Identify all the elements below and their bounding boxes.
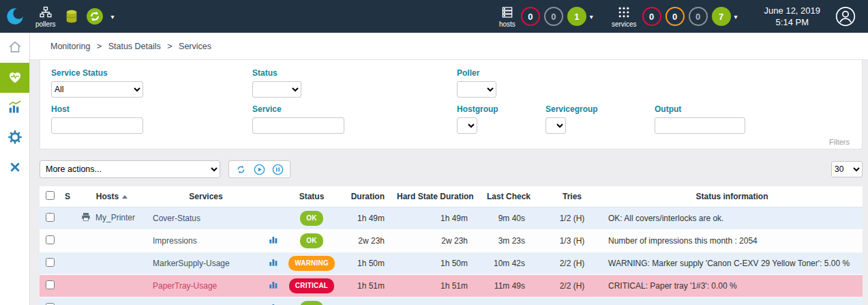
status-select[interactable]: [252, 81, 301, 98]
service-cell: MarkerSupply-Usage: [149, 252, 263, 275]
row-checkbox[interactable]: [46, 235, 55, 244]
row-checkbox-cell: [40, 252, 60, 275]
poller-label: Poller: [457, 68, 496, 78]
hosts-menu[interactable]: hosts: [499, 5, 515, 28]
counter-badge-gray[interactable]: 0: [689, 7, 708, 26]
page-size-select[interactable]: 30: [831, 161, 863, 177]
counter-badge-gray[interactable]: 0: [544, 7, 563, 26]
action-toolbar: More actions...: [40, 160, 863, 178]
gear-icon: [8, 130, 23, 147]
refresh-icon[interactable]: [235, 164, 247, 175]
tries-cell: 1/3 (H): [543, 230, 601, 252]
user-profile-icon[interactable]: [835, 6, 856, 27]
sidebar-item-administration[interactable]: [0, 153, 29, 183]
header-duration[interactable]: Duration: [340, 186, 393, 207]
filter-panel: Service Status All Status Poller Host Se…: [40, 60, 863, 149]
table-row: My_PrinterCover-StatusOK1h 49m1h 49m9m 4…: [40, 207, 863, 230]
database-icon[interactable]: [64, 9, 79, 24]
main-content: Monitoring > Status Details > Services S…: [30, 33, 868, 305]
row-s-cell: [60, 252, 75, 275]
sidebar-item-configuration[interactable]: [0, 123, 29, 153]
row-checkbox[interactable]: [46, 213, 55, 222]
centreon-logo-icon: [5, 7, 25, 26]
status-cell: OK: [284, 297, 340, 305]
host-cell: [75, 275, 149, 297]
header-status-information[interactable]: Status information: [601, 186, 863, 207]
graph-icon[interactable]: [269, 282, 278, 291]
header-services[interactable]: Services: [149, 186, 263, 207]
pollers-label: pollers: [35, 20, 55, 28]
header-graph: [263, 186, 284, 207]
play-icon[interactable]: [254, 164, 265, 175]
sidebar-item-reporting[interactable]: [0, 93, 29, 123]
service-link[interactable]: PaperTray-Usage: [153, 281, 217, 291]
tools-icon: [8, 160, 23, 177]
sidebar-item-monitoring[interactable]: [0, 63, 29, 93]
pollers-icon: [39, 5, 53, 19]
host-cell: My_Printer: [75, 207, 149, 230]
counter-badge-red[interactable]: 0: [642, 7, 661, 26]
service-cell: Cover-Status: [149, 207, 263, 230]
hard-state-duration-cell: 1h 49m: [393, 207, 483, 230]
row-checkbox[interactable]: [46, 280, 55, 289]
host-badges: 001: [521, 7, 586, 26]
breadcrumb-status-details[interactable]: Status Details: [108, 42, 161, 51]
centreon-logo[interactable]: [0, 0, 30, 33]
graph-icon[interactable]: [269, 237, 278, 246]
header-s[interactable]: S: [60, 186, 75, 207]
host-label: Host: [51, 104, 252, 114]
duration-cell: 1h 49m: [340, 207, 393, 230]
pollers-menu[interactable]: pollers: [35, 5, 55, 28]
header-last-check[interactable]: Last Check: [483, 186, 543, 207]
services-table: S Hosts Services Status Duration Hard St…: [40, 186, 863, 305]
duration-cell: 1h 51m: [340, 275, 393, 297]
hosts-label: hosts: [499, 20, 515, 28]
service-status-select[interactable]: All: [51, 81, 143, 98]
host-link[interactable]: My_Printer: [95, 213, 135, 222]
hosts-chevron-down-icon[interactable]: ▾: [590, 13, 593, 20]
host-cell: [75, 230, 149, 252]
hostgroup-select[interactable]: [457, 117, 477, 134]
services-menu[interactable]: services: [612, 5, 637, 28]
breadcrumb-monitoring[interactable]: Monitoring: [50, 42, 90, 51]
row-checkbox-cell: [40, 297, 60, 305]
service-link[interactable]: Cover-Status: [153, 214, 200, 223]
home-icon: [8, 40, 23, 57]
sidebar: [0, 33, 30, 305]
service-link[interactable]: Impressions: [153, 236, 197, 246]
graph-icon[interactable]: [269, 259, 278, 269]
row-checkbox[interactable]: [46, 303, 55, 305]
breadcrumb-services[interactable]: Services: [179, 42, 211, 51]
status-badge: WARNING: [288, 256, 335, 271]
counter-badge-green[interactable]: 1: [567, 7, 586, 26]
graph-cell: [263, 230, 284, 252]
sidebar-item-home[interactable]: [0, 33, 29, 63]
row-checkbox[interactable]: [46, 258, 55, 267]
pollers-chevron-down-icon[interactable]: ▾: [110, 13, 114, 20]
services-chevron-down-icon[interactable]: ▾: [734, 13, 738, 20]
counter-badge-red[interactable]: 0: [521, 7, 540, 26]
more-actions-select[interactable]: More actions...: [40, 160, 220, 178]
graph-cell: [263, 252, 284, 275]
filters-caption: Filters: [51, 134, 850, 147]
header-hosts[interactable]: Hosts: [75, 186, 149, 207]
service-input[interactable]: [252, 117, 344, 134]
header-tries[interactable]: Tries: [543, 186, 601, 207]
status-badge: OK: [300, 233, 323, 248]
header-hard-state-duration[interactable]: Hard State Duration: [393, 186, 483, 207]
poller-select[interactable]: [457, 81, 496, 98]
row-checkbox-cell: [40, 275, 60, 297]
counter-badge-green[interactable]: 7: [712, 7, 731, 26]
service-link[interactable]: MarkerSupply-Usage: [153, 259, 230, 268]
select-all-checkbox[interactable]: [46, 191, 55, 200]
pause-icon[interactable]: [272, 164, 284, 175]
servicegroup-select[interactable]: [545, 117, 566, 134]
header-status[interactable]: Status: [284, 186, 340, 207]
status-information-cell: OK: All covers/interlocks are ok.: [601, 207, 863, 230]
output-input[interactable]: [655, 117, 745, 134]
chart-icon: [8, 100, 23, 117]
counter-badge-orange[interactable]: 0: [665, 7, 685, 26]
host-input[interactable]: [51, 117, 143, 134]
export-configuration-icon[interactable]: [86, 8, 104, 25]
hard-state-duration-cell: 2h 2m: [393, 297, 483, 305]
